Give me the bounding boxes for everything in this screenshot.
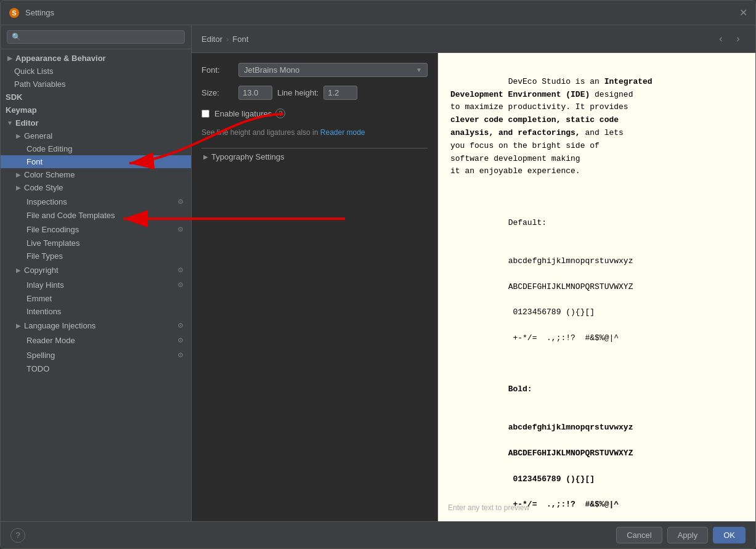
sidebar-item-spelling[interactable]: Spelling ⚙ (1, 348, 191, 362)
expand-icon: ▶ (14, 171, 23, 179)
sidebar-item-file-types[interactable]: File Types (1, 250, 191, 262)
help-button[interactable]: ? (10, 528, 25, 543)
sidebar-item-path-variables[interactable]: Path Variables (1, 78, 191, 91)
sidebar-label: TODO (26, 364, 49, 373)
bottom-bar: ? Cancel Apply OK (1, 521, 755, 548)
expand-icon: ▶ (14, 132, 23, 140)
font-select[interactable]: JetBrains Mono ▼ (238, 63, 428, 77)
sidebar-item-file-encodings[interactable]: File Encodings ⚙ (1, 222, 191, 237)
nav-back-button[interactable]: ‹ (713, 31, 728, 46)
sidebar-item-copyright[interactable]: ▶ Copyright ⚙ (1, 262, 191, 277)
sidebar-label: SDK (6, 92, 22, 102)
sidebar-item-intentions[interactable]: Intentions (1, 305, 191, 318)
font-row: Font: JetBrains Mono ▼ (201, 63, 428, 77)
sidebar-label: File Encodings (26, 225, 79, 234)
line-height-input[interactable] (323, 86, 357, 100)
expand-icon: ▶ (14, 321, 23, 330)
sidebar-label: Language Injections (24, 321, 96, 330)
search-wrap[interactable]: 🔍 (7, 30, 185, 44)
breadcrumb-bar: Editor › Font ‹ › (192, 25, 755, 53)
typography-expand-icon: ▶ (201, 153, 210, 161)
sidebar-item-language-injections[interactable]: ▶ Language Injections ⚙ (1, 318, 191, 333)
breadcrumb-separator: › (226, 35, 229, 44)
sidebar-label: Inspections (26, 197, 67, 206)
line-height-label: Line height: (277, 88, 319, 97)
preview-default-upper: ABCDEFGHIJKLMNOPQRSTUVWXYZ (508, 282, 633, 291)
sidebar-label: Copyright (24, 266, 59, 275)
breadcrumb-nav: ‹ › (713, 31, 746, 46)
sidebar-item-inlay-hints[interactable]: Inlay Hints ⚙ (1, 277, 191, 292)
sidebar-item-reader-mode[interactable]: Reader Mode ⚙ (1, 333, 191, 348)
sidebar-label: Emmet (26, 294, 52, 303)
ligatures-row: Enable ligatures ? (201, 108, 428, 118)
window-title: Settings (25, 8, 738, 17)
search-bar: 🔍 (1, 25, 191, 49)
sidebar-item-general[interactable]: ▶ General (1, 129, 191, 142)
preview-intro: DevEco Studio is an IntegratedDevelopmen… (450, 77, 652, 176)
sidebar-label: Appearance & Behavior (15, 54, 106, 63)
settings-icon: ⚙ (175, 196, 186, 207)
content-area: Font: JetBrains Mono ▼ Size: Line height… (192, 53, 755, 521)
dropdown-arrow-icon: ▼ (416, 67, 422, 73)
preview-bold-nums: 0123456789 (){}[] (508, 474, 595, 484)
preview-text: DevEco Studio is an IntegratedDevelopmen… (450, 63, 743, 521)
sidebar-label: Font (26, 157, 43, 166)
sidebar-item-keymap[interactable]: Keymap (1, 104, 191, 116)
sidebar-item-font[interactable]: Font (1, 155, 191, 168)
enable-ligatures-checkbox[interactable] (201, 110, 209, 118)
sidebar-item-emmet[interactable]: Emmet (1, 292, 191, 305)
sidebar-label: Spelling (26, 351, 55, 360)
font-label: Font: (201, 65, 238, 75)
size-row: Size: Line height: (201, 86, 428, 100)
nav-forward-button[interactable]: › (731, 31, 746, 46)
typography-section[interactable]: ▶ Typography Settings (201, 148, 428, 165)
sidebar-label: Intentions (26, 307, 61, 316)
settings-window: S Settings ✕ 🔍 ▶ Appearance & Behavior Q… (0, 0, 756, 549)
sidebar-item-todo[interactable]: TODO (1, 362, 191, 375)
expand-icon: ▼ (6, 119, 14, 128)
typography-label: Typography Settings (211, 152, 285, 161)
cancel-button[interactable]: Cancel (616, 527, 662, 543)
sidebar-label: General (24, 131, 52, 140)
ok-button[interactable]: OK (713, 527, 746, 543)
sidebar-label: Code Editing (26, 144, 72, 153)
enable-ligatures-label: Enable ligatures (214, 109, 272, 118)
sidebar-tree: ▶ Appearance & Behavior Quick Lists Path… (1, 49, 191, 521)
preview-bold-label: Bold: (508, 384, 532, 394)
sidebar-item-quick-lists[interactable]: Quick Lists (1, 65, 191, 78)
close-button[interactable]: ✕ (738, 8, 748, 18)
sidebar-item-live-templates[interactable]: Live Templates (1, 237, 191, 250)
sidebar-label: Editor (15, 118, 39, 128)
help-icon[interactable]: ? (275, 108, 285, 118)
search-input[interactable] (24, 33, 180, 41)
settings-icon: ⚙ (175, 264, 186, 275)
sidebar-item-appearance[interactable]: ▶ Appearance & Behavior (1, 52, 191, 65)
breadcrumb-parent: Editor (201, 35, 222, 44)
preview-bold-lower: abcdefghijklmnopqrstuvwxyz (508, 423, 633, 432)
sidebar-label: File Types (26, 251, 63, 261)
sidebar-item-code-style[interactable]: ▶ Code Style (1, 181, 191, 194)
settings-icon: ⚙ (175, 349, 186, 360)
sidebar-item-file-and-code-templates[interactable]: File and Code Templates (1, 209, 191, 222)
breadcrumb: Editor › Font (201, 35, 248, 44)
sidebar-item-inspections[interactable]: Inspections ⚙ (1, 194, 191, 209)
sidebar: 🔍 ▶ Appearance & Behavior Quick Lists Pa… (1, 25, 192, 521)
settings-icon: ⚙ (175, 224, 186, 235)
font-select-value: JetBrains Mono (244, 65, 416, 75)
expand-icon: ▶ (14, 266, 23, 274)
sidebar-item-editor[interactable]: ▼ Editor (1, 116, 191, 129)
sidebar-item-code-editing[interactable]: Code Editing (1, 142, 191, 155)
size-input[interactable] (238, 86, 272, 100)
search-icon: 🔍 (12, 33, 21, 41)
sidebar-label: Keymap (6, 105, 37, 115)
sidebar-item-sdk[interactable]: SDK (1, 91, 191, 104)
settings-icon: ⚙ (175, 335, 186, 346)
preview-placeholder: Enter any text to preview (448, 502, 529, 514)
sidebar-item-color-scheme[interactable]: ▶ Color Scheme (1, 168, 191, 181)
apply-button[interactable]: Apply (667, 527, 709, 543)
reader-mode-link[interactable]: Reader mode (320, 128, 365, 137)
sidebar-label: File and Code Templates (26, 211, 115, 220)
sidebar-label: Reader Mode (26, 336, 75, 345)
size-label: Size: (201, 88, 238, 97)
sidebar-label: Quick Lists (14, 67, 54, 76)
